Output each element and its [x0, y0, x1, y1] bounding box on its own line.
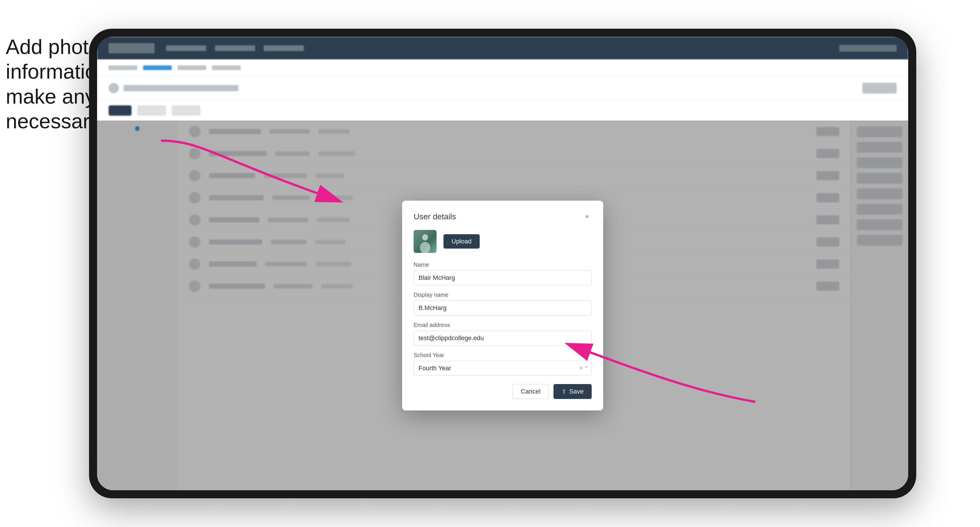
user-icon: [108, 83, 119, 93]
page-header: [97, 76, 908, 101]
school-year-label: School Year: [414, 352, 592, 359]
display-name-field-group: Display name: [414, 292, 592, 316]
photo-thumbnail: [414, 230, 437, 253]
main-content: User details ×: [97, 121, 908, 490]
name-field-group: Name: [414, 262, 592, 285]
modal-header: User details ×: [414, 212, 592, 221]
display-name-label: Display name: [414, 292, 592, 298]
filter-tab-selected: [108, 105, 132, 116]
cancel-button[interactable]: Cancel: [512, 384, 549, 399]
modal-close-button[interactable]: ×: [582, 212, 592, 221]
tablet-screen: User details ×: [97, 37, 908, 490]
save-button[interactable]: ⇧ Save: [554, 384, 592, 399]
photo-section: Upload: [414, 230, 592, 253]
nav-right: [839, 45, 897, 52]
email-field-group: Email address: [414, 322, 592, 346]
filter-tab-2: [172, 105, 200, 116]
nav-link-2: [215, 45, 255, 51]
upload-photo-button[interactable]: Upload: [444, 234, 480, 249]
email-label: Email address: [414, 322, 592, 329]
school-year-select[interactable]: First Year Second Year Third Year Fourth…: [414, 361, 592, 375]
nav-logo: [108, 43, 154, 53]
photo-image: [414, 230, 437, 253]
sub-nav-item-2: [143, 65, 172, 70]
name-label: Name: [414, 262, 592, 268]
filter-bar: [97, 101, 908, 121]
save-icon: ⇧: [562, 388, 566, 395]
select-clear-icon[interactable]: ×: [579, 365, 583, 371]
nav-link-3: [264, 45, 304, 51]
sub-nav: [97, 60, 908, 76]
modal-overlay: User details ×: [97, 121, 908, 490]
tablet-device: User details ×: [89, 29, 916, 498]
photo-silhouette: [414, 230, 437, 253]
modal-footer: Cancel ⇧ Save: [414, 384, 592, 399]
sub-nav-item-1: [108, 65, 137, 70]
nav-link-1: [166, 45, 206, 51]
user-details-modal: User details ×: [402, 201, 603, 411]
app-container: User details ×: [97, 37, 908, 490]
sub-nav-item-3: [178, 65, 206, 70]
display-name-input[interactable]: [414, 300, 592, 316]
page-title-bar: [124, 85, 239, 91]
header-button: [862, 83, 897, 94]
filter-tab-1: [137, 105, 166, 116]
save-label: Save: [569, 388, 584, 395]
modal-title: User details: [414, 212, 456, 221]
sub-nav-item-4: [212, 65, 241, 70]
school-year-field-group: School Year First Year Second Year Third…: [414, 352, 592, 375]
email-input[interactable]: [414, 331, 592, 346]
nav-links: [166, 45, 304, 51]
name-input[interactable]: [414, 270, 592, 285]
top-nav: [97, 37, 908, 60]
page-header-left: [108, 83, 239, 93]
school-year-select-wrapper: First Year Second Year Third Year Fourth…: [414, 361, 592, 375]
svg-point-1: [420, 242, 430, 253]
svg-point-0: [422, 234, 428, 241]
